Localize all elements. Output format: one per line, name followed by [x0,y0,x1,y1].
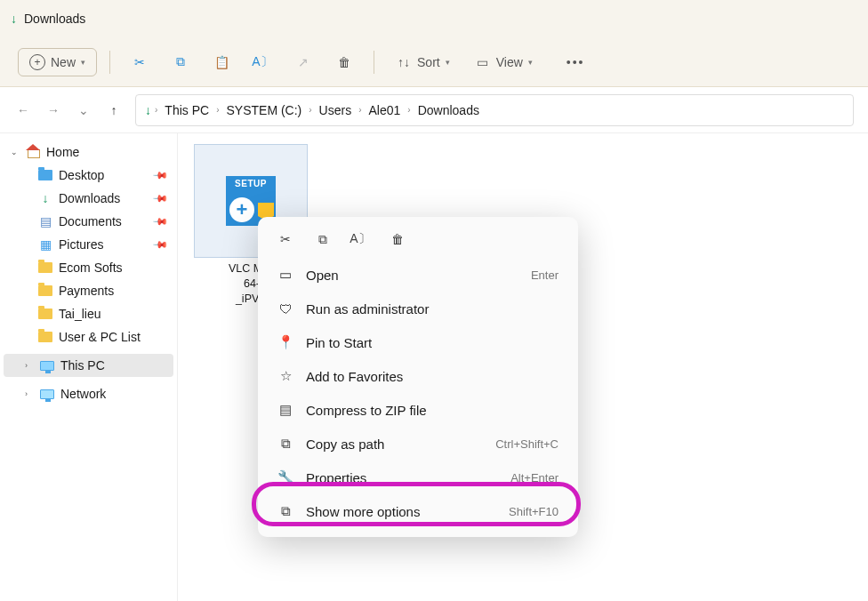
new-label: New [51,55,76,69]
view-label: View [496,55,523,69]
ctx-open[interactable]: ▭ Open Enter [263,258,573,292]
chevron-down-icon: ▾ [528,58,533,67]
breadcrumb[interactable]: Users [316,101,356,119]
more-options-icon: ⧉ [277,503,293,519]
trash-icon: 🗑 [336,54,352,70]
ctx-properties[interactable]: 🔧 Properties Alt+Enter [263,461,573,494]
sidebar-item-folder[interactable]: User & PC List [4,325,173,349]
pin-icon: 📌 [151,166,168,183]
copy-button[interactable]: ⧉ [164,49,197,76]
share-icon: ↗ [295,54,311,70]
sidebar-item-documents[interactable]: ▤ Documents 📌 [4,210,173,233]
command-toolbar: + New ▾ ✂ ⧉ 📋 A〕 ↗ 🗑 ↑↓ Sort ▾ ▭ View ▾ … [0,37,868,87]
rename-icon: A〕 [254,54,270,70]
sidebar-item-label: Documents [59,214,122,228]
breadcrumb-separator: › [216,105,219,115]
sidebar-item-label: Network [60,387,106,401]
sidebar-item-label: This PC [60,358,105,373]
folder-icon [37,284,53,298]
paste-button[interactable]: 📋 [205,49,238,76]
sidebar-item-label: User & PC List [59,330,141,344]
view-button[interactable]: ▭ View ▾ [466,49,542,76]
chevron-down-icon: ▾ [446,58,450,67]
forward-button[interactable]: → [44,101,62,119]
breadcrumb[interactable]: Ale01 [366,101,405,119]
new-button[interactable]: + New ▾ [18,48,97,76]
folder-icon [37,330,53,344]
chevron-right-icon: › [25,361,34,370]
ctx-compress-zip[interactable]: ▤ Compress to ZIP file [263,393,573,427]
sidebar-item-home[interactable]: ⌄ Home [4,140,173,164]
sidebar-item-desktop[interactable]: Desktop 📌 [4,164,173,187]
ellipsis-icon: ••• [567,55,585,69]
documents-icon: ▤ [37,214,53,228]
chevron-down-icon: ⌄ [11,148,20,156]
breadcrumb[interactable]: Downloads [414,101,483,119]
cut-icon[interactable]: ✂ [276,229,295,249]
breadcrumb[interactable]: This PC [161,101,213,119]
sidebar-item-label: Tai_lieu [59,307,100,321]
pin-icon: 📌 [151,189,168,206]
star-icon: ☆ [277,368,293,384]
sort-label: Sort [417,55,440,69]
sidebar-item-downloads[interactable]: ↓ Downloads 📌 [4,187,173,210]
pin-icon: 📌 [151,212,168,229]
paste-icon: 📋 [213,54,229,70]
toolbar-separator [374,51,374,74]
rename-icon[interactable]: A〕 [350,229,370,249]
folder-icon [37,307,53,321]
zip-icon: ▤ [277,402,293,418]
recent-locations-button[interactable]: ⌄ [75,101,92,119]
back-button[interactable]: ← [14,101,32,119]
desktop-icon [37,168,53,182]
chevron-right-icon: › [25,389,34,398]
window-titlebar: ↓ Downloads [0,0,868,37]
sidebar-item-network[interactable]: › Network [4,382,173,405]
sort-button[interactable]: ↑↓ Sort ▾ [387,49,459,76]
window-title: Downloads [24,12,85,26]
downloads-address-icon: ↓ [145,103,151,117]
trash-icon[interactable]: 🗑 [388,229,407,249]
address-bar[interactable]: ↓ › This PC › SYSTEM (C:) › Users › Ale0… [135,94,854,126]
downloads-icon: ↓ [37,191,53,205]
sidebar-item-label: Pictures [59,237,104,252]
sidebar-item-label: Payments [59,284,114,298]
delete-button[interactable]: 🗑 [327,49,361,76]
sidebar-item-folder[interactable]: Ecom Softs [4,256,173,279]
up-button[interactable]: ↑ [105,101,123,119]
scissors-icon: ✂ [132,54,148,70]
ctx-copy-path[interactable]: ⧉ Copy as path Ctrl+Shift+C [263,427,573,461]
sidebar-item-folder[interactable]: Tai_lieu [4,302,173,325]
copy-icon[interactable]: ⧉ [313,229,333,249]
wrench-icon: 🔧 [277,469,293,485]
breadcrumb[interactable]: SYSTEM (C:) [222,101,305,119]
ctx-add-favorites[interactable]: ☆ Add to Favorites [263,359,573,393]
sidebar-item-label: Downloads [59,191,120,205]
breadcrumb-separator: › [358,105,361,115]
copy-icon: ⧉ [173,54,189,70]
navigation-bar: ← → ⌄ ↑ ↓ › This PC › SYSTEM (C:) › User… [0,87,868,133]
context-menu-action-row: ✂ ⧉ A〕 🗑 [263,224,573,258]
shield-icon: 🛡 [277,300,293,317]
ctx-show-more[interactable]: ⧉ Show more options Shift+F10 [263,494,573,528]
sort-icon: ↑↓ [396,54,412,70]
breadcrumb-separator: › [155,105,157,115]
context-menu: ✂ ⧉ A〕 🗑 ▭ Open Enter 🛡 Run as administr… [258,217,578,537]
cut-button[interactable]: ✂ [123,49,157,76]
folder-icon [37,260,53,275]
plus-icon: + [29,54,45,70]
sidebar-item-folder[interactable]: Payments [4,279,173,302]
sidebar-item-label: Home [46,145,79,159]
rename-button[interactable]: A〕 [245,49,279,76]
more-button[interactable]: ••• [558,50,594,75]
open-icon: ▭ [277,267,293,283]
network-icon [39,387,55,401]
sidebar-item-label: Desktop [59,168,104,182]
sidebar-item-pictures[interactable]: ▦ Pictures 📌 [4,233,173,256]
share-button[interactable]: ↗ [286,49,320,76]
sidebar-item-this-pc[interactable]: › This PC [4,354,173,377]
downloads-titlebar-icon: ↓ [11,12,17,26]
breadcrumb-separator: › [407,105,410,115]
ctx-run-admin[interactable]: 🛡 Run as administrator [263,292,573,325]
ctx-pin-start[interactable]: 📍 Pin to Start [263,325,573,359]
